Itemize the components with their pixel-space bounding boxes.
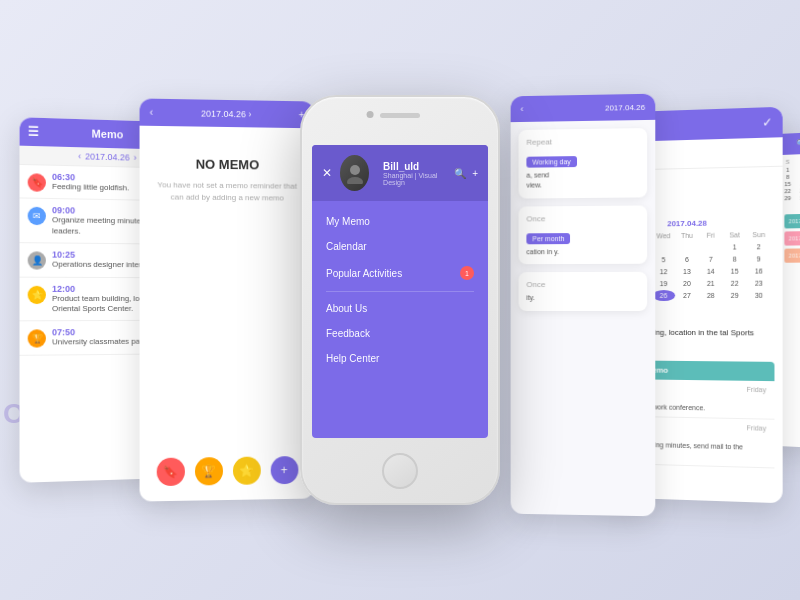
- memo-date: 2017.04.26: [85, 151, 130, 162]
- highlighted-day[interactable]: 26: [652, 290, 674, 301]
- once-label: Once: [526, 213, 639, 223]
- no-memo-footer: 🔖 🏆 ⭐ +: [140, 456, 315, 487]
- svg-point-1: [347, 177, 363, 184]
- menu-icon: ☰: [28, 125, 39, 140]
- avatar: [340, 155, 369, 191]
- person-icon: 👤: [28, 252, 46, 270]
- repeat-label: Repeat: [526, 136, 639, 147]
- drawer-item-popular[interactable]: Popular Activities 1: [312, 259, 488, 287]
- drawer-item-calendar[interactable]: Calendar: [312, 234, 488, 259]
- drawer-header: ✕ Bill_uld Shanghai | Visual Design 🔍: [312, 145, 488, 201]
- popular-nav-label: Popular Activities: [326, 268, 402, 279]
- trophy-icon: 🏆: [28, 330, 46, 348]
- search-icon[interactable]: 🔍: [454, 168, 466, 179]
- month-tabs: 2017.05 2017.06 2017.07: [785, 214, 800, 263]
- drawer-item-my-memo[interactable]: My Memo: [312, 209, 488, 234]
- repeat-card-1[interactable]: Repeat Working day a, send view.: [519, 128, 648, 198]
- add-purple-button[interactable]: +: [270, 456, 298, 484]
- add-yellow-button[interactable]: ⭐: [232, 457, 260, 485]
- repeat-card-2[interactable]: Once Per month cation in y.: [519, 205, 648, 265]
- phone-screen: ✕ Bill_uld Shanghai | Visual Design 🔍: [312, 145, 488, 438]
- no-memo-body: NO MEMO You have not set a memo reminder…: [140, 126, 315, 235]
- month-tab-jun[interactable]: 2017.06: [785, 231, 800, 246]
- phone-speaker: [380, 113, 420, 118]
- add-orange-button[interactable]: 🏆: [194, 457, 222, 485]
- back-icon[interactable]: ‹: [520, 104, 523, 114]
- calendar-nav-label: Calendar: [326, 241, 367, 252]
- drawer-item-help[interactable]: Help Center: [312, 346, 488, 371]
- plus-icon[interactable]: +: [472, 168, 478, 179]
- back-icon[interactable]: ‹: [150, 107, 153, 118]
- repeat-desc-3: ity.: [526, 293, 639, 303]
- bookmark-icon: 🔖: [28, 173, 46, 192]
- chevron-left-icon[interactable]: ‹: [78, 151, 81, 161]
- search-icon-small[interactable]: 🔍: [796, 139, 800, 149]
- about-nav-label: About Us: [326, 303, 367, 314]
- help-nav-label: Help Center: [326, 353, 379, 364]
- drawer-item-about[interactable]: About Us: [312, 296, 488, 321]
- svg-point-0: [350, 165, 360, 175]
- working-day-badge: Working day: [526, 156, 576, 168]
- month-tab-jul[interactable]: 2017.07: [785, 248, 800, 262]
- mail-icon: ✉: [28, 207, 46, 225]
- panel-title: 2017.04.26: [605, 102, 645, 112]
- phone-camera: [367, 111, 374, 118]
- drawer-menu: My Memo Calendar Popular Activities 1 Ab…: [312, 201, 488, 379]
- drawer-item-feedback[interactable]: Feedback: [312, 321, 488, 346]
- month-tab-may[interactable]: 2017.05: [785, 214, 800, 229]
- no-memo-title: NO MEMO: [196, 157, 259, 173]
- phone-home-button[interactable]: [382, 453, 418, 489]
- phone: ✕ Bill_uld Shanghai | Visual Design 🔍: [300, 95, 500, 505]
- no-memo-panel: ‹ 2017.04.26 › + NO MEMO You have not se…: [140, 98, 315, 501]
- once-label-2: Once: [526, 280, 639, 289]
- per-month-badge: Per month: [526, 233, 570, 244]
- add-red-button[interactable]: 🔖: [156, 458, 184, 487]
- no-memo-header: ‹ 2017.04.26 › +: [140, 98, 315, 128]
- star-icon: ⭐: [28, 285, 46, 303]
- drawer-subtitle: Shanghai | Visual Design: [383, 172, 446, 186]
- drawer-username: Bill_uld: [383, 161, 446, 172]
- repeat-cards-panel: ‹ 2017.04.26 Repeat Working day a, send …: [511, 94, 656, 517]
- drawer-divider: [326, 291, 474, 292]
- memo-nav-label: My Memo: [326, 216, 370, 227]
- repeat-card-3[interactable]: Once ity.: [519, 272, 648, 311]
- repeat-desc-2: cation in y.: [526, 246, 639, 256]
- feedback-nav-label: Feedback: [326, 328, 370, 339]
- phone-container: ✕ Bill_uld Shanghai | Visual Design 🔍: [300, 95, 500, 505]
- activity-badge: 1: [460, 266, 474, 280]
- common-memo-day-1: Friday: [747, 386, 767, 393]
- chevron-right-icon[interactable]: ›: [134, 153, 137, 163]
- memo-list-title: Memo: [92, 128, 123, 141]
- check-icon[interactable]: ✓: [762, 115, 772, 130]
- close-button[interactable]: ✕: [322, 166, 332, 180]
- no-memo-desc: You have not set a memo reminder that ca…: [155, 179, 300, 204]
- repeat-subdesc: view.: [526, 179, 639, 190]
- no-memo-header-title: 2017.04.26 ›: [201, 108, 251, 119]
- common-memo-day-2: Friday: [747, 425, 767, 433]
